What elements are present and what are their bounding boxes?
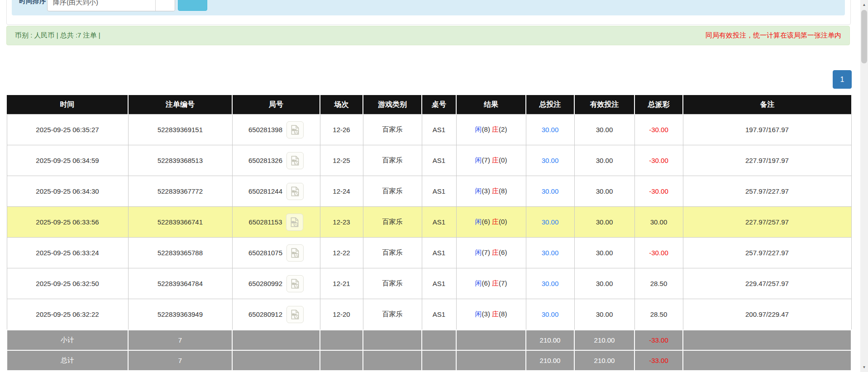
cell-remark: 229.47/257.97 xyxy=(683,268,851,299)
cell-total-bet: 30.00 xyxy=(526,268,574,299)
result-banker-num: (8) xyxy=(499,310,507,318)
video-replay-button[interactable] xyxy=(286,152,304,169)
cell-game-type: 百家乐 xyxy=(363,238,422,268)
result-player-num: (7) xyxy=(482,248,490,256)
column-header-5: 桌号 xyxy=(422,95,456,114)
cell-result: 闲(6) 庄(0) xyxy=(456,207,526,238)
result-banker-num: (8) xyxy=(499,187,507,195)
video-replay-button[interactable] xyxy=(286,121,304,138)
result-player: 闲 xyxy=(475,156,482,164)
video-file-icon xyxy=(289,186,301,197)
cell-game-type: 百家乐 xyxy=(363,145,422,176)
cell-table-no: AS1 xyxy=(422,299,456,330)
bet-row: 2025-09-25 06:33:24522839365788650281075… xyxy=(7,238,851,268)
column-header-7: 总投注 xyxy=(526,95,574,114)
cell-round-id: 650281244 xyxy=(232,176,320,207)
result-player-num: (7) xyxy=(482,156,490,164)
cell-table-no: AS1 xyxy=(422,176,456,207)
result-banker: 庄 xyxy=(492,125,499,133)
search-button[interactable] xyxy=(178,0,207,11)
cell-valid-bet: 30.00 xyxy=(574,207,634,238)
summary-count: 7 xyxy=(128,330,232,350)
payout-value: 28.50 xyxy=(650,280,668,287)
result-banker: 庄 xyxy=(492,187,499,195)
column-header-0: 时间 xyxy=(7,95,128,114)
total-bet-link[interactable]: 30.00 xyxy=(542,249,559,257)
cell-result: 闲(7) 庄(6) xyxy=(456,238,526,268)
subtotal-row: 小计7210.00210.00-33.00 xyxy=(7,330,851,350)
payout-value: -30.00 xyxy=(649,157,668,164)
cell-payout: -30.00 xyxy=(634,145,683,176)
cell-bet-id: 522839363949 xyxy=(128,299,232,330)
video-replay-button[interactable] xyxy=(286,244,304,262)
cell-table-no: AS1 xyxy=(422,268,456,299)
filter-strip: 时间排序 : 降序(由大到小) xyxy=(12,0,845,15)
payout-value: -30.00 xyxy=(649,126,668,134)
cell-round-id: 650281326 xyxy=(232,145,320,176)
total-bet-link[interactable]: 30.00 xyxy=(542,126,559,134)
summary-empty-game xyxy=(363,350,422,371)
bet-row: 2025-09-25 06:34:59522839368513650281326… xyxy=(7,145,851,176)
result-banker: 庄 xyxy=(492,218,499,225)
cell-result: 闲(8) 庄(2) xyxy=(456,114,526,145)
video-replay-button[interactable] xyxy=(286,306,304,323)
scroll-down-arrow-icon[interactable]: ▼ xyxy=(860,363,868,371)
total-bet-link[interactable]: 30.00 xyxy=(542,218,559,226)
cell-remark: 197.97/167.97 xyxy=(683,114,851,145)
total-bet-link[interactable]: 30.00 xyxy=(542,187,559,195)
cell-time: 2025-09-25 06:33:56 xyxy=(7,207,128,238)
cell-result: 闲(3) 庄(8) xyxy=(456,176,526,207)
summary-empty-remark xyxy=(683,350,851,371)
pagination-page-1[interactable]: 1 xyxy=(833,70,852,89)
valid-bet-note: 同局有效投注，统一计算在该局第一张注单内 xyxy=(706,31,841,40)
column-header-9: 总派彩 xyxy=(634,95,683,114)
cell-round-id: 650280992 xyxy=(232,268,320,299)
summary-total-bet: 210.00 xyxy=(526,350,574,371)
cell-remark: 200.97/229.47 xyxy=(683,299,851,330)
cell-game-type: 百家乐 xyxy=(363,207,422,238)
summary-empty-round xyxy=(232,350,320,371)
result-banker-num: (7) xyxy=(499,279,507,287)
result-banker-num: (0) xyxy=(499,156,507,164)
column-header-6: 结果 xyxy=(456,95,526,114)
video-replay-button[interactable] xyxy=(286,183,304,200)
video-replay-button[interactable] xyxy=(286,275,304,292)
cell-game-type: 百家乐 xyxy=(363,268,422,299)
vertical-scrollbar[interactable]: ▲ ▼ xyxy=(860,0,868,372)
cell-bet-id: 522839364784 xyxy=(128,268,232,299)
video-file-icon xyxy=(289,216,300,228)
bet-row: 2025-09-25 06:35:27522839369151650281398… xyxy=(7,114,851,145)
round-id-value: 650280992 xyxy=(248,280,282,287)
cell-round-id: 650281153 xyxy=(232,207,320,238)
cell-payout: -30.00 xyxy=(634,238,683,268)
result-player-num: (6) xyxy=(482,218,490,225)
cell-payout: 30.00 xyxy=(634,207,683,238)
column-header-3: 场次 xyxy=(320,95,363,114)
summary-empty-round xyxy=(232,330,320,350)
scroll-up-arrow-icon[interactable]: ▲ xyxy=(860,1,868,9)
summary-count: 7 xyxy=(128,350,232,371)
cell-bet-id: 522839368513 xyxy=(128,145,232,176)
bet-records-table: 时间注单编号局号场次游戏类别桌号结果总投注有效投注总派彩备注 2025-09-2… xyxy=(6,95,852,371)
cell-payout: 28.50 xyxy=(634,268,683,299)
result-player: 闲 xyxy=(475,310,482,318)
table-header: 时间注单编号局号场次游戏类别桌号结果总投注有效投注总派彩备注 xyxy=(7,95,851,114)
video-replay-button[interactable] xyxy=(286,214,303,231)
summary-empty-remark xyxy=(683,330,851,350)
cell-payout: -30.00 xyxy=(634,176,683,207)
result-banker-num: (6) xyxy=(499,248,507,256)
round-id-value: 650280912 xyxy=(248,310,282,318)
total-bet-link[interactable]: 30.00 xyxy=(542,310,559,318)
total-bet-link[interactable]: 30.00 xyxy=(542,280,559,287)
summary-total-bet: 210.00 xyxy=(526,330,574,350)
cell-game-type: 百家乐 xyxy=(363,176,422,207)
cell-session: 12-24 xyxy=(320,176,363,207)
total-bet-link[interactable]: 30.00 xyxy=(542,157,559,164)
result-player-num: (8) xyxy=(482,125,490,133)
cell-session: 12-23 xyxy=(320,207,363,238)
summary-empty-result xyxy=(456,330,526,350)
sort-select[interactable]: 降序(由大到小) xyxy=(47,0,175,11)
bet-row: 2025-09-25 06:33:56522839366741650281153… xyxy=(7,207,851,238)
scrollbar-thumb[interactable] xyxy=(861,10,867,63)
cell-time: 2025-09-25 06:32:50 xyxy=(7,268,128,299)
